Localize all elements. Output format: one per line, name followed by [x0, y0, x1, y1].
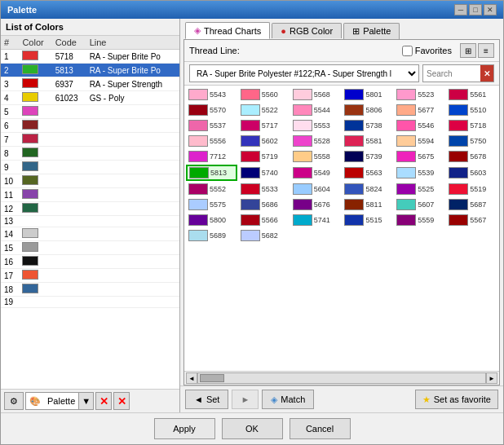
grid-cell[interactable]: 5800 — [186, 213, 237, 227]
grid-cell[interactable]: 5717 — [238, 118, 290, 133]
grid-cell[interactable]: 5560 — [238, 87, 290, 102]
scrollbar-track[interactable] — [197, 372, 486, 384]
delete1-button[interactable]: ✕ — [95, 392, 112, 410]
grid-cell[interactable]: 5525 — [394, 182, 445, 196]
table-row[interactable]: 12 — [1, 202, 179, 216]
grid-cell[interactable]: 5568 — [290, 87, 342, 102]
grid-cell[interactable]: 5687 — [446, 197, 497, 212]
search-input[interactable] — [423, 65, 480, 82]
grid-cell[interactable]: 5801 — [342, 87, 393, 102]
gear-button[interactable]: ⚙ — [4, 392, 24, 410]
match-button[interactable]: ◈ Match — [262, 390, 314, 409]
table-row[interactable]: 19 — [1, 297, 179, 308]
grid-cell[interactable]: 5561 — [446, 87, 497, 102]
table-row[interactable]: 14 — [1, 227, 179, 241]
palette-dropdown[interactable]: 🎨 Palette ▼ — [25, 392, 94, 410]
grid-cell[interactable]: 5594 — [394, 134, 445, 148]
grid-cell[interactable]: 7712 — [186, 149, 237, 164]
grid-cell[interactable]: 5678 — [446, 149, 497, 164]
table-row[interactable]: 2 5813 RA - Super Brite Po — [1, 64, 179, 77]
grid-view-button[interactable]: ⊞ — [460, 43, 476, 58]
table-row[interactable]: 9 — [1, 161, 179, 174]
grid-cell[interactable]: 5539 — [394, 165, 445, 181]
grid-cell[interactable]: 5556 — [186, 134, 237, 148]
grid-cell[interactable]: 5567 — [446, 213, 497, 227]
grid-cell[interactable]: 5607 — [394, 197, 445, 212]
table-row[interactable]: 16 — [1, 255, 179, 269]
scroll-right-button[interactable]: ► — [486, 372, 497, 384]
table-row[interactable]: 5 — [1, 105, 179, 119]
grid-cell[interactable]: 5676 — [290, 197, 342, 212]
table-row[interactable]: 15 — [1, 241, 179, 255]
grid-cell[interactable]: 5806 — [342, 103, 393, 117]
maximize-button[interactable]: □ — [469, 4, 482, 15]
grid-cell[interactable]: 5533 — [238, 182, 290, 196]
grid-cell[interactable]: 5719 — [238, 149, 290, 164]
grid-cell[interactable]: 5528 — [290, 134, 342, 148]
tab-palette[interactable]: ⊞ Palette — [343, 23, 400, 39]
grid-cell[interactable]: 5718 — [446, 118, 497, 133]
grid-cell[interactable]: 5515 — [342, 213, 393, 227]
grid-cell[interactable]: 5546 — [394, 118, 445, 133]
grid-cell[interactable]: 5603 — [446, 165, 497, 181]
cancel-button[interactable]: Cancel — [290, 418, 351, 439]
table-row[interactable]: 1 5718 RA - Super Brite Po — [1, 50, 179, 64]
favorites-checkbox[interactable] — [402, 46, 413, 56]
grid-cell[interactable]: 5575 — [186, 197, 237, 212]
grid-cell[interactable]: 5750 — [446, 134, 497, 148]
table-row[interactable]: 18 — [1, 283, 179, 297]
grid-cell[interactable]: 5738 — [342, 118, 393, 133]
table-row[interactable]: 7 — [1, 133, 179, 147]
grid-cell[interactable]: 5570 — [186, 103, 237, 117]
grid-cell[interactable]: 5677 — [394, 103, 445, 117]
grid-cell[interactable]: 5543 — [186, 87, 237, 102]
grid-cell[interactable]: 5566 — [238, 213, 290, 227]
horizontal-scrollbar[interactable]: ◄ ► — [184, 371, 499, 385]
grid-cell[interactable]: 5686 — [238, 197, 290, 212]
grid-cell[interactable]: 5675 — [394, 149, 445, 164]
grid-cell[interactable]: 5553 — [290, 118, 342, 133]
palette-dropdown-arrow[interactable]: ▼ — [78, 393, 93, 409]
list-view-button[interactable]: ≡ — [478, 43, 494, 58]
grid-cell[interactable]: 5563 — [342, 165, 393, 181]
forward-button[interactable]: ► — [232, 390, 259, 409]
tab-rgb-color[interactable]: ● RGB Color — [272, 23, 342, 38]
grid-cell[interactable]: 5581 — [342, 134, 393, 148]
grid-cell[interactable]: 5510 — [446, 103, 497, 117]
grid-cell[interactable]: 5682 — [238, 228, 290, 243]
ok-button[interactable]: OK — [222, 418, 283, 439]
thread-line-select[interactable]: RA - Super Brite Polyester #122;RA - Sup… — [189, 64, 419, 82]
scroll-left-button[interactable]: ◄ — [186, 372, 197, 384]
search-clear-button[interactable]: ✕ — [480, 65, 493, 82]
grid-cell[interactable]: 5604 — [290, 182, 342, 196]
apply-button[interactable]: Apply — [154, 418, 215, 439]
grid-cell[interactable]: 5740 — [238, 165, 290, 181]
grid-cell[interactable]: 5739 — [342, 149, 393, 164]
grid-cell[interactable]: 5811 — [342, 197, 393, 212]
table-row[interactable]: 8 — [1, 147, 179, 161]
grid-cell[interactable]: 5689 — [186, 228, 237, 243]
table-row[interactable]: 10 — [1, 174, 179, 188]
grid-cell[interactable]: 5558 — [290, 149, 342, 164]
grid-cell[interactable]: 5813 — [186, 165, 237, 181]
grid-cell[interactable]: 5544 — [290, 103, 342, 117]
table-row[interactable]: 4 61023 GS - Poly — [1, 91, 179, 105]
grid-cell[interactable]: 5559 — [394, 213, 445, 227]
set-as-favorite-button[interactable]: ★ Set as favorite — [415, 390, 498, 409]
table-row[interactable]: 13 — [1, 216, 179, 227]
set-back-button[interactable]: ◄ Set — [185, 390, 228, 409]
grid-cell[interactable]: 5824 — [342, 182, 393, 196]
close-button[interactable]: ✕ — [484, 4, 497, 15]
table-row[interactable]: 3 6937 RA - Super Strength — [1, 77, 179, 91]
grid-cell[interactable]: 5552 — [186, 182, 237, 196]
table-row[interactable]: 6 — [1, 119, 179, 133]
grid-cell[interactable]: 5522 — [238, 103, 290, 117]
delete2-button[interactable]: ✕ — [113, 392, 130, 410]
grid-cell[interactable]: 5523 — [394, 87, 445, 102]
grid-cell[interactable]: 5741 — [290, 213, 342, 227]
table-row[interactable]: 17 — [1, 269, 179, 283]
grid-cell[interactable]: 5602 — [238, 134, 290, 148]
scrollbar-thumb[interactable] — [200, 374, 224, 382]
grid-cell[interactable]: 5537 — [186, 118, 237, 133]
grid-cell[interactable]: 5549 — [290, 165, 342, 181]
